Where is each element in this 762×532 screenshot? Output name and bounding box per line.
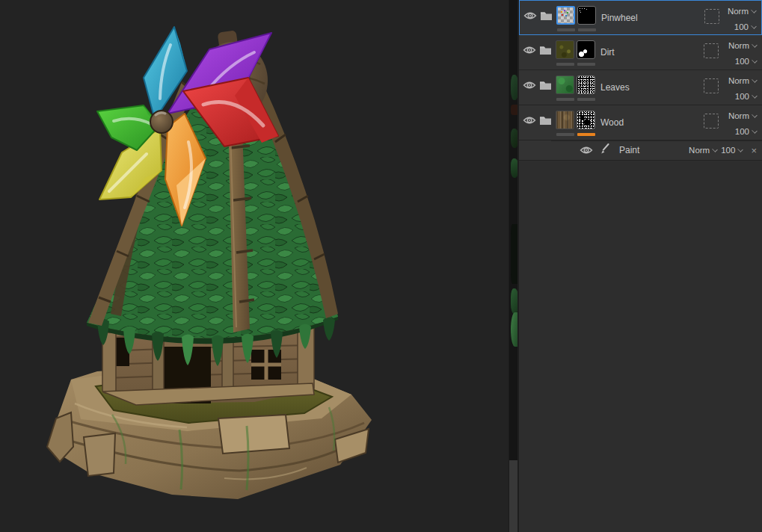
layer-thumbnail[interactable] — [556, 6, 575, 25]
chevron-down-icon — [752, 112, 758, 118]
layer-mask-thumbnail[interactable] — [577, 75, 595, 94]
blend-mode-dropdown[interactable]: Norm — [728, 41, 757, 50]
eye-icon[interactable] — [580, 145, 593, 155]
viewport-3d[interactable] — [0, 0, 508, 532]
eye-icon[interactable] — [523, 80, 536, 90]
mask-indicator-bar — [577, 63, 595, 66]
chevron-down-icon — [712, 146, 718, 152]
chevron-down-icon — [751, 23, 757, 29]
opacity-dropdown[interactable]: 100 — [734, 22, 756, 31]
layer-thumbnail[interactable] — [556, 111, 574, 129]
layer-row[interactable]: Leaves Norm 100 — [519, 70, 762, 105]
layer-name: Leaves — [600, 82, 630, 93]
blend-mode-dropdown[interactable]: Norm — [728, 7, 756, 16]
layer-row[interactable]: Wood Norm 100 — [519, 105, 762, 140]
layer-row[interactable]: Pinwheel Norm 100 — [519, 0, 762, 35]
eye-icon[interactable] — [523, 115, 536, 126]
blend-mode-dropdown[interactable]: Norm — [728, 76, 757, 85]
paint-blend-mode-dropdown[interactable]: Norm — [689, 146, 717, 155]
layer-mask-thumbnail[interactable] — [577, 111, 595, 129]
layer-name: Dirt — [600, 47, 615, 58]
chevron-down-icon — [752, 128, 758, 134]
eye-icon[interactable] — [523, 45, 536, 55]
mask-indicator-bar — [577, 98, 595, 101]
chevron-down-icon — [751, 7, 757, 13]
folder-icon — [539, 80, 552, 93]
thumbnail-indicator-bar — [556, 133, 574, 136]
folder-icon — [539, 115, 552, 129]
chevron-down-icon — [752, 77, 758, 83]
dashed-box-icon[interactable] — [704, 114, 719, 129]
mask-indicator-bar — [578, 28, 596, 31]
dashed-box-icon[interactable] — [704, 78, 719, 93]
paint-opacity-dropdown[interactable]: 100 — [721, 146, 743, 155]
opacity-dropdown[interactable]: 100 — [735, 57, 757, 66]
chevron-down-icon — [752, 93, 758, 99]
layer-thumbnail[interactable] — [556, 75, 574, 94]
blend-mode-dropdown[interactable]: Norm — [728, 111, 757, 120]
layer-mask-thumbnail[interactable] — [577, 6, 596, 25]
thumbnail-indicator-bar — [557, 28, 575, 31]
layer-name: Wood — [600, 117, 624, 128]
folder-icon — [540, 10, 553, 24]
layer-row[interactable]: Dirt Norm 100 — [519, 35, 762, 70]
pinwheel-house-model — [0, 0, 508, 532]
dashed-box-icon[interactable] — [704, 43, 719, 58]
chevron-down-icon — [752, 42, 758, 48]
mask-indicator-bar — [577, 133, 595, 136]
app-window: Pinwheel Norm 100 Dirt Norm 1 — [0, 0, 762, 532]
dashed-box-icon[interactable] — [704, 9, 719, 24]
layer-list: Pinwheel Norm 100 Dirt Norm 1 — [519, 0, 762, 140]
opacity-dropdown[interactable]: 100 — [735, 127, 757, 136]
paint-sublayer-row[interactable]: Paint Norm 100 × — [519, 140, 762, 161]
layers-panel-empty-area — [519, 161, 762, 531]
layers-panel: Pinwheel Norm 100 Dirt Norm 1 — [519, 0, 762, 532]
close-icon[interactable]: × — [751, 145, 757, 156]
brush-icon — [598, 143, 609, 158]
layer-mask-thumbnail[interactable] — [577, 40, 595, 59]
chevron-down-icon — [738, 146, 744, 152]
chevron-down-icon — [752, 58, 758, 64]
layer-thumbnail[interactable] — [556, 40, 574, 59]
eye-icon[interactable] — [523, 10, 537, 21]
folder-icon — [539, 45, 552, 58]
opacity-dropdown[interactable]: 100 — [735, 92, 757, 101]
layer-name: Pinwheel — [601, 13, 638, 23]
thumbnail-indicator-bar — [556, 63, 574, 66]
paint-layer-name: Paint — [619, 145, 639, 155]
thumbnail-indicator-bar — [556, 98, 574, 101]
